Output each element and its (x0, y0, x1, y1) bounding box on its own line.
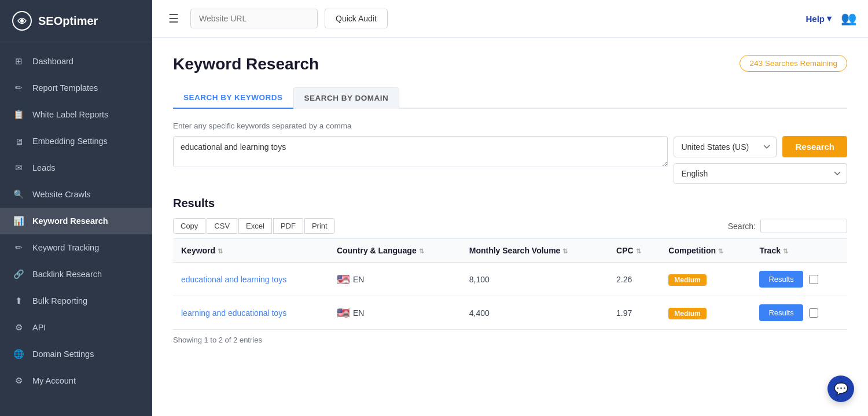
track-cell: Results (751, 263, 847, 296)
country-select[interactable]: United States (US)United Kingdom (GB)Aus… (674, 137, 777, 157)
export-btn-pdf[interactable]: PDF (273, 218, 303, 234)
help-button[interactable]: Help ▾ (806, 13, 832, 24)
table-export-buttons: CopyCSVExcelPDFPrint (173, 218, 335, 234)
table-search-label: Search: (728, 222, 756, 231)
sidebar-icon-embedding-settings: 🖥 (13, 135, 24, 147)
table-search-row: Search: (728, 219, 847, 233)
topbar-right: Help ▾ 👥 (806, 11, 856, 26)
flag-icon: 🇺🇸 (337, 307, 350, 319)
col-header-track[interactable]: Track⇅ (751, 239, 847, 263)
sidebar-label-white-label-reports: White Label Reports (32, 110, 108, 119)
sidebar-item-keyword-tracking[interactable]: ✏Keyword Tracking (0, 234, 152, 261)
hamburger-button[interactable]: ☰ (164, 9, 183, 28)
cpc-cell: 1.97 (608, 296, 660, 330)
sidebar-item-website-crawls[interactable]: 🔍Website Crawls (0, 181, 152, 208)
sidebar-item-bulk-reporting[interactable]: ⬆Bulk Reporting (0, 288, 152, 314)
sort-icon-country-language: ⇅ (419, 248, 424, 255)
table-row: learning and educational toys🇺🇸EN4,4001.… (173, 296, 847, 330)
sidebar-item-my-account[interactable]: ⚙My Account (0, 367, 152, 394)
sidebar-icon-my-account: ⚙ (13, 375, 24, 386)
sidebar-item-keyword-research[interactable]: 📊Keyword Research (0, 208, 152, 234)
col-header-competition[interactable]: Competition⇅ (660, 239, 751, 263)
language-select[interactable]: EnglishSpanishFrench (674, 163, 847, 184)
sidebar-icon-bulk-reporting: ⬆ (13, 295, 24, 307)
lang-code: EN (353, 308, 364, 318)
sidebar-item-api[interactable]: ⚙API (0, 314, 152, 341)
track-checkbox[interactable] (809, 275, 818, 284)
sidebar-item-white-label-reports[interactable]: 📋White Label Reports (0, 101, 152, 128)
sidebar-icon-dashboard: ⊞ (13, 56, 24, 67)
search-controls-row: United States (US)United Kingdom (GB)Aus… (173, 136, 847, 184)
sidebar-item-domain-settings[interactable]: 🌐Domain Settings (0, 341, 152, 367)
url-input[interactable] (190, 9, 318, 28)
export-btn-csv[interactable]: CSV (207, 218, 237, 234)
keyword-link[interactable]: learning and educational toys (181, 308, 286, 318)
competition-badge: Medium (668, 308, 706, 319)
logo-icon (12, 10, 32, 31)
sort-icon-track: ⇅ (783, 248, 788, 255)
sidebar-label-dashboard: Dashboard (32, 57, 73, 66)
sidebar-icon-keyword-tracking: ✏ (13, 242, 24, 253)
sidebar-nav: ⊞Dashboard✏Report Templates📋White Label … (0, 42, 152, 416)
sidebar-icon-website-crawls: 🔍 (13, 189, 24, 200)
col-header-keyword[interactable]: Keyword⇅ (173, 239, 329, 263)
sidebar-label-domain-settings: Domain Settings (32, 349, 94, 359)
main-wrapper: ☰ Quick Audit Help ▾ 👥 Keyword Research … (152, 0, 868, 416)
users-icon[interactable]: 👥 (841, 11, 856, 26)
logo-text: SEOptimer (38, 14, 98, 28)
export-btn-copy[interactable]: Copy (173, 218, 205, 234)
search-controls: United States (US)United Kingdom (GB)Aus… (674, 136, 847, 184)
flag-cell: 🇺🇸EN (337, 273, 453, 286)
sidebar-icon-domain-settings: 🌐 (13, 348, 24, 360)
col-header-cpc[interactable]: CPC⇅ (608, 239, 660, 263)
table-toolbar: CopyCSVExcelPDFPrint Search: (173, 218, 847, 234)
results-table: Keyword⇅Country & Language⇅Monthly Searc… (173, 238, 847, 330)
search-tabs: SEARCH BY KEYWORDSSEARCH BY DOMAIN (173, 87, 847, 109)
chevron-down-icon: ▾ (827, 13, 832, 24)
results-button[interactable]: Results (759, 304, 803, 321)
export-btn-print[interactable]: Print (304, 218, 335, 234)
sidebar: SEOptimer ⊞Dashboard✏Report Templates📋Wh… (0, 0, 152, 416)
sort-icon-keyword: ⇅ (218, 248, 223, 255)
country-lang-cell: 🇺🇸EN (329, 296, 461, 330)
sidebar-item-embedding-settings[interactable]: 🖥Embedding Settings (0, 128, 152, 154)
research-button[interactable]: Research (782, 136, 847, 157)
sidebar-item-leads[interactable]: ✉Leads (0, 154, 152, 181)
competition-cell: Medium (660, 296, 751, 330)
logo-area: SEOptimer (0, 0, 152, 42)
sidebar-label-report-templates: Report Templates (32, 83, 98, 93)
tab-by-domain[interactable]: SEARCH BY DOMAIN (293, 87, 400, 109)
export-btn-excel[interactable]: Excel (238, 218, 272, 234)
competition-cell: Medium (660, 263, 751, 296)
col-header-monthly-volume[interactable]: Monthly Search Volume⇅ (461, 239, 608, 263)
sidebar-item-report-templates[interactable]: ✏Report Templates (0, 75, 152, 101)
col-header-country-language[interactable]: Country & Language⇅ (329, 239, 461, 263)
sidebar-label-api: API (32, 323, 46, 332)
sidebar-icon-report-templates: ✏ (13, 82, 24, 94)
sidebar-icon-white-label-reports: 📋 (13, 109, 24, 120)
tab-by-keywords[interactable]: SEARCH BY KEYWORDS (173, 87, 293, 109)
sidebar-item-backlink-research[interactable]: 🔗Backlink Research (0, 261, 152, 288)
svg-point-1 (20, 19, 24, 23)
table-search-input[interactable] (760, 219, 847, 233)
quick-audit-button[interactable]: Quick Audit (325, 9, 388, 28)
page-content: Keyword Research 243 Searches Remaining … (152, 38, 868, 416)
sidebar-item-dashboard[interactable]: ⊞Dashboard (0, 48, 152, 75)
sidebar-icon-backlink-research: 🔗 (13, 268, 24, 280)
volume-cell: 8,100 (461, 263, 608, 296)
keyword-textarea[interactable] (173, 136, 668, 167)
keyword-link[interactable]: educational and learning toys (181, 275, 286, 284)
track-cell: Results (751, 296, 847, 329)
sort-icon-cpc: ⇅ (636, 248, 641, 255)
country-lang-cell: 🇺🇸EN (329, 263, 461, 296)
chat-bubble[interactable]: 💬 (827, 375, 854, 402)
results-button[interactable]: Results (759, 271, 803, 288)
cpc-cell: 2.26 (608, 263, 660, 296)
search-hint: Enter any specific keywords separated by… (173, 122, 847, 130)
keyword-cell: educational and learning toys (173, 263, 329, 296)
keyword-cell: learning and educational toys (173, 296, 329, 330)
flag-icon: 🇺🇸 (337, 273, 350, 286)
sort-icon-monthly-volume: ⇅ (562, 248, 568, 255)
searches-remaining-badge: 243 Searches Remaining (740, 55, 847, 72)
track-checkbox[interactable] (809, 308, 818, 318)
